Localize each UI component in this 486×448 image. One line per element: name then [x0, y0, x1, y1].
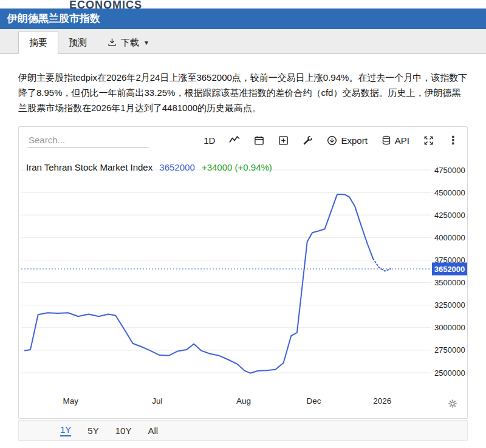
calendar-icon[interactable]	[254, 135, 264, 146]
chart-area[interactable]: Iran Tehran Stock Market Index 3652000 +…	[19, 154, 467, 418]
svg-text:4000000: 4000000	[434, 233, 465, 242]
svg-text:Aug: Aug	[236, 396, 251, 406]
chart-type-icon[interactable]	[229, 135, 240, 146]
site-logo: ECONOMICS	[69, 0, 142, 8]
api-label: API	[395, 136, 409, 145]
range-all[interactable]: All	[148, 426, 158, 436]
tab-forecast-label: 预测	[69, 37, 87, 49]
export-cloud-icon	[327, 135, 337, 146]
page-title: 伊朗德黑兰股市指数	[7, 13, 479, 25]
settings-gear-icon[interactable]	[448, 399, 457, 411]
range-10y[interactable]: 10Y	[115, 426, 132, 436]
kebab-icon: ⋮	[448, 135, 459, 146]
chart-title-text: Iran Tehran Stock Market Index	[26, 162, 152, 172]
more-menu-icon[interactable]: ⋮	[448, 135, 459, 146]
search-input[interactable]	[27, 132, 149, 148]
api-button[interactable]: API	[382, 135, 409, 145]
svg-text:3500000: 3500000	[434, 278, 465, 287]
export-button[interactable]: Export	[327, 135, 367, 146]
tab-download[interactable]: 下载 ▼	[97, 32, 160, 53]
tools-wrench-icon[interactable]	[303, 135, 313, 146]
tab-summary[interactable]: 摘要	[18, 32, 58, 54]
database-icon	[382, 135, 391, 145]
chart-change: +34000 (+0.94%)	[202, 162, 272, 172]
svg-text:4750000: 4750000	[434, 166, 465, 175]
fullscreen-icon[interactable]	[423, 135, 434, 146]
page: ECONOMICS 伊朗德黑兰股市指数 摘要 预测 下载 ▼ 伊朗主要股指ted…	[0, 0, 486, 441]
tab-summary-label: 摘要	[29, 37, 47, 49]
tab-forecast[interactable]: 预测	[58, 32, 97, 53]
svg-text:3250000: 3250000	[434, 300, 465, 310]
svg-text:2026: 2026	[373, 396, 391, 406]
range-1y[interactable]: 1Y	[60, 424, 71, 436]
export-label: Export	[341, 136, 367, 145]
svg-text:2500000: 2500000	[434, 368, 465, 378]
toolbar-tools: 1D	[204, 135, 459, 146]
chart-panel: 1D	[18, 126, 468, 419]
chart-title: Iran Tehran Stock Market Index 3652000 +…	[26, 162, 272, 172]
logo-strip: ECONOMICS	[0, 0, 486, 8]
svg-text:May: May	[63, 396, 79, 406]
chart-svg[interactable]: 4750000450000042500004000000375000035000…	[19, 154, 467, 416]
range-5y[interactable]: 5Y	[87, 426, 98, 436]
summary-paragraph: 伊朗主要股指tedpix在2026年2月24日上涨至3652000点，较前一交易…	[18, 70, 468, 115]
svg-text:Jul: Jul	[152, 396, 162, 406]
svg-text:2750000: 2750000	[434, 345, 465, 355]
svg-text:4250000: 4250000	[434, 211, 465, 220]
tab-strip: 摘要 预测 下载 ▼	[0, 29, 486, 54]
range-bar: 1Y 5Y 10Y All	[18, 420, 468, 441]
svg-text:4500000: 4500000	[434, 188, 465, 197]
chart-last-value: 3652000	[159, 162, 194, 172]
download-icon	[108, 38, 117, 49]
interval-button[interactable]: 1D	[204, 136, 215, 145]
compare-plus-icon[interactable]	[278, 135, 289, 146]
svg-text:3652000: 3652000	[434, 265, 465, 274]
chart-toolbar: 1D	[19, 127, 467, 154]
svg-text:Dec: Dec	[307, 396, 321, 406]
tab-download-label: 下载	[121, 37, 139, 49]
page-header: 伊朗德黑兰股市指数	[0, 8, 486, 29]
svg-text:3000000: 3000000	[434, 323, 465, 332]
caret-down-icon: ▼	[143, 39, 149, 46]
